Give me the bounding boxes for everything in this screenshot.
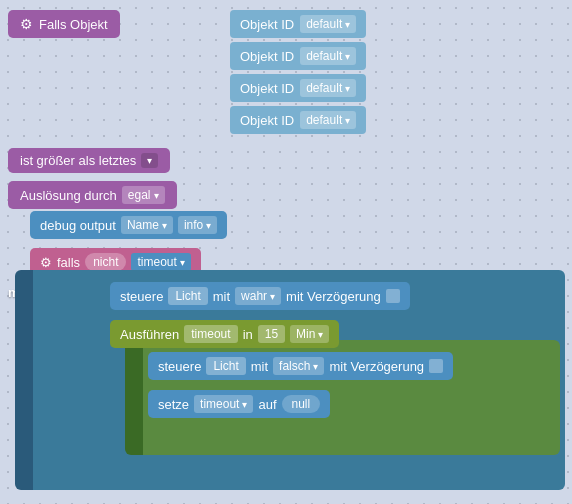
steuere-2-verzoegerung-label: mit Verzögerung [329,359,424,374]
objekt-id-label-1: Objekt ID [240,17,294,32]
steuere-1-mit-label: mit [213,289,230,304]
debug-name-dropdown[interactable]: Name [121,216,173,234]
debug-output-label: debug output [40,218,116,233]
steuere-1-verzoegerung-label: mit Verzögerung [286,289,381,304]
ist-groesser-label: ist größer als letztes [20,153,136,168]
steuere-2-licht-value: Licht [206,357,245,375]
ausfuehren-15-value: 15 [258,325,285,343]
objekt-id-dropdown-2[interactable]: default [300,47,356,65]
auslosung-block[interactable]: Auslösung durch egal [8,181,177,209]
falls-label: falls [57,255,80,270]
objekt-id-4[interactable]: Objekt ID default [230,106,366,134]
objekt-id-dropdown-1[interactable]: default [300,15,356,33]
objekt-id-label-4: Objekt ID [240,113,294,128]
objekt-id-label-2: Objekt ID [240,49,294,64]
falls-objekt-label: Falls Objekt [39,17,108,32]
setze-label: setze [158,397,189,412]
ist-groesser-dropdown[interactable] [141,153,158,168]
falls-objekt-block[interactable]: ⚙ Falls Objekt [8,10,120,38]
objekt-id-3[interactable]: Objekt ID default [230,74,366,102]
steuere-licht-1-block[interactable]: steuere Licht mit wahr mit Verzögerung [110,282,410,310]
objekt-id-label-3: Objekt ID [240,81,294,96]
steuere-licht-2-block[interactable]: steuere Licht mit falsch mit Verzögerung [148,352,453,380]
steuere-2-mit-label: mit [251,359,268,374]
objekt-id-2[interactable]: Objekt ID default [230,42,366,70]
ausfuehren-label: Ausführen [120,327,179,342]
steuere-1-small-square [386,289,400,303]
setze-auf-label: auf [258,397,276,412]
objekt-id-dropdown-3[interactable]: default [300,79,356,97]
falls-timeout-dropdown[interactable]: timeout [131,253,190,271]
ausfuehren-min-dropdown[interactable]: Min [290,325,329,343]
steuere-2-label: steuere [158,359,201,374]
objekt-id-dropdown-4[interactable]: default [300,111,356,129]
setze-null-value: null [282,395,321,413]
falls-gear-icon: ⚙ [40,255,52,270]
steuere-1-label: steuere [120,289,163,304]
ausfuehren-timeout-value: timeout [184,325,237,343]
objekt-id-list: Objekt ID default Objekt ID default Obje… [230,10,366,134]
debug-output-block[interactable]: debug output Name info [30,211,227,239]
steuere-2-falsch-dropdown[interactable]: falsch [273,357,324,375]
auslosung-dropdown[interactable]: egal [122,186,165,204]
ausfuehren-in-label: in [243,327,253,342]
objekt-id-1[interactable]: Objekt ID default [230,10,366,38]
setze-block[interactable]: setze timeout auf null [148,390,330,418]
setze-timeout-dropdown[interactable]: timeout [194,395,253,413]
gear-icon: ⚙ [20,16,33,32]
auslosung-label: Auslösung durch [20,188,117,203]
steuere-1-wahr-dropdown[interactable]: wahr [235,287,281,305]
ausfuehren-block[interactable]: Ausführen timeout in 15 Min [110,320,339,348]
steuere-1-licht-value: Licht [168,287,207,305]
falls-nicht-value: nicht [85,253,126,271]
steuere-2-small-square [429,359,443,373]
debug-info-dropdown[interactable]: info [178,216,217,234]
ist-groesser-block[interactable]: ist größer als letztes [8,148,170,173]
